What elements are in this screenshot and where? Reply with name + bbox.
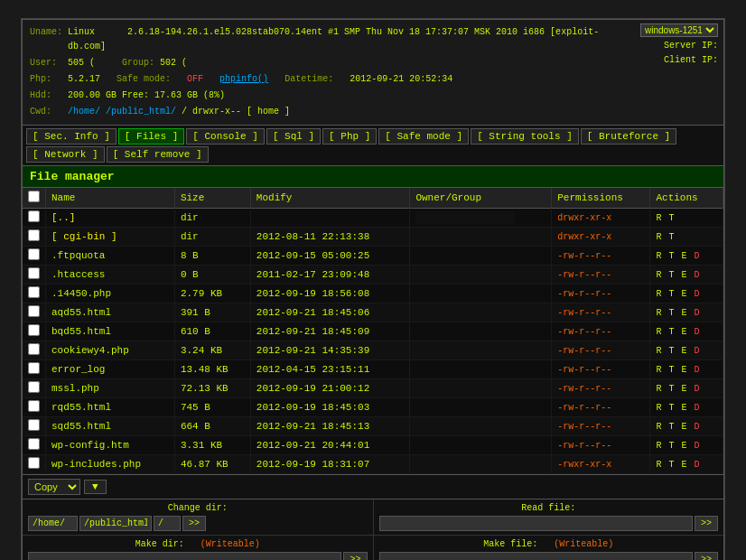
action-r[interactable]: R [656,213,661,223]
row-name-link[interactable]: error_log [51,364,105,375]
action-r[interactable]: R [656,384,661,394]
nav-console[interactable]: [ Console ] [186,128,265,145]
row-name-link[interactable]: bqd55.html [51,326,111,337]
action-t[interactable]: T [668,232,674,242]
make-file-input[interactable] [379,552,693,560]
row-checkbox[interactable] [28,381,40,393]
row-name-link[interactable]: [..] [51,212,75,223]
row-name-link[interactable]: wp-includes.php [51,459,141,470]
action-e[interactable]: E [682,308,687,318]
action-t[interactable]: T [668,308,674,318]
action-d[interactable]: D [695,365,700,375]
row-name-link[interactable]: wp-config.htm [51,440,129,451]
row-checkbox[interactable] [28,267,40,279]
action-r[interactable]: R [656,251,661,261]
row-checkbox-cell[interactable] [23,266,46,285]
action-e[interactable]: E [682,384,687,394]
row-name[interactable]: wp-config.htm [46,436,175,455]
action-t[interactable]: T [668,365,674,375]
nav-bruteforce[interactable]: [ Bruteforce ] [581,128,676,145]
row-checkbox[interactable] [28,438,40,450]
action-t[interactable]: T [668,460,674,470]
action-d[interactable]: D [695,422,700,432]
action-d[interactable]: D [695,327,700,337]
col-permissions[interactable]: Permissions [552,188,650,209]
action-e[interactable]: E [682,327,687,337]
copy-action-select[interactable]: Copy Move Delete [28,479,80,495]
action-r[interactable]: R [656,327,661,337]
action-t[interactable]: T [668,289,674,299]
row-name[interactable]: .htaccess [46,266,175,285]
action-r[interactable]: R [656,232,661,242]
action-t[interactable]: T [668,346,674,356]
row-name[interactable]: [ cgi-bin ] [46,228,175,247]
row-name[interactable]: bqd55.html [46,322,175,341]
row-checkbox[interactable] [28,248,40,260]
row-checkbox[interactable] [28,419,40,431]
row-checkbox[interactable] [28,305,40,317]
action-d[interactable]: D [695,403,700,413]
row-checkbox[interactable] [28,286,40,298]
action-d[interactable]: D [695,460,700,470]
action-e[interactable]: E [682,289,687,299]
row-name[interactable]: rqd55.html [46,398,175,417]
row-name-link[interactable]: cookiewy4.php [51,345,129,356]
row-name-link[interactable]: mssl.php [51,383,99,394]
select-all-header[interactable] [23,188,46,209]
change-dir-input2[interactable] [79,516,152,531]
action-t[interactable]: T [668,422,674,432]
row-checkbox-cell[interactable] [23,379,46,398]
row-name[interactable]: mssl.php [46,379,175,398]
action-t[interactable]: T [668,384,674,394]
phpinfo-link[interactable]: phpinfo() [219,74,268,84]
action-r[interactable]: R [656,346,661,356]
nav-sec-info[interactable]: [ Sec. Info ] [26,128,117,145]
row-name-link[interactable]: .14450.php [51,288,111,299]
encoding-select[interactable]: windows-1251 UTF-8 [640,23,718,37]
row-name[interactable]: wp-includes.php [46,455,175,474]
action-t[interactable]: T [668,327,674,337]
row-checkbox[interactable] [28,343,40,355]
row-checkbox-cell[interactable] [23,417,46,436]
action-t[interactable]: T [668,441,674,451]
col-modify[interactable]: Modify [250,188,410,209]
action-d[interactable]: D [695,251,700,261]
action-e[interactable]: E [682,346,687,356]
row-checkbox-cell[interactable] [23,303,46,322]
action-d[interactable]: D [695,346,700,356]
row-checkbox[interactable] [28,324,40,336]
make-dir-input[interactable] [28,552,341,560]
row-name[interactable]: cookiewy4.php [46,341,175,360]
row-checkbox[interactable] [28,229,40,241]
make-dir-btn[interactable]: >> [343,552,367,560]
action-r[interactable]: R [656,289,661,299]
select-all-checkbox[interactable] [28,191,40,202]
row-name-link[interactable]: aqd55.html [51,307,111,318]
row-checkbox-cell[interactable] [23,455,46,474]
make-file-btn[interactable]: >> [695,552,718,560]
action-r[interactable]: R [656,403,661,413]
row-name-link[interactable]: .ftpquota [51,250,105,261]
nav-network[interactable]: [ Network ] [26,146,105,163]
row-checkbox[interactable] [28,210,40,222]
col-owner[interactable]: Owner/Group [410,188,552,209]
col-actions[interactable]: Actions [650,188,723,209]
action-r[interactable]: R [656,365,661,375]
encoding-selector[interactable]: windows-1251 UTF-8 [640,23,718,39]
change-dir-input3[interactable] [154,516,181,531]
change-dir-btn[interactable]: >> [182,516,206,531]
nav-sql[interactable]: [ Sql ] [266,128,321,145]
action-e[interactable]: E [682,270,687,280]
col-name[interactable]: Name [46,188,175,209]
row-name[interactable]: error_log [46,360,175,379]
row-checkbox[interactable] [28,362,40,374]
action-d[interactable]: D [695,308,700,318]
row-checkbox-cell[interactable] [23,360,46,379]
action-e[interactable]: E [682,460,687,470]
change-dir-input1[interactable] [28,516,78,531]
action-e[interactable]: E [682,365,687,375]
row-checkbox-cell[interactable] [23,209,46,228]
row-name-link[interactable]: [ cgi-bin ] [51,231,117,242]
row-checkbox[interactable] [28,400,40,412]
action-r[interactable]: R [656,270,661,280]
